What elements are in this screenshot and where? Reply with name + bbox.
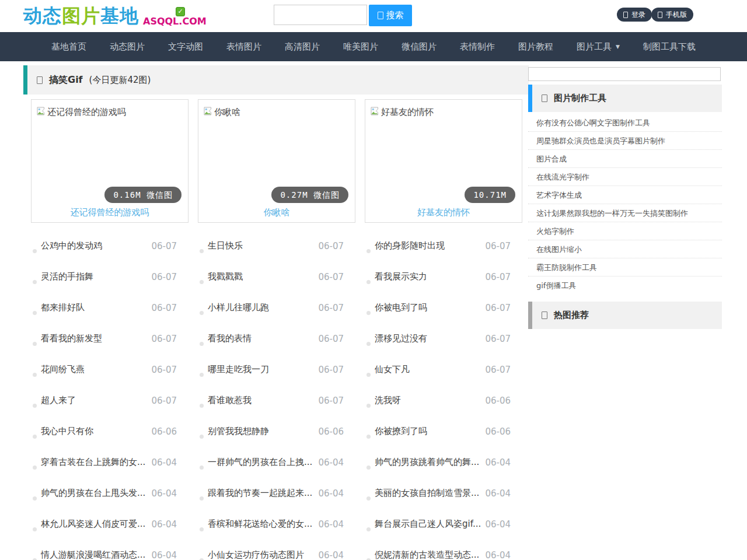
list-item-title[interactable]: 林允儿风姿迷人俏皮可爱...	[41, 519, 145, 530]
list-item-title[interactable]: 小仙女运功疗伤动态图片	[208, 550, 304, 560]
list-item-date: 06-06	[485, 396, 522, 406]
list-item-title[interactable]: 跟着我的节奏一起跳起来...	[208, 488, 312, 499]
nav-item-8[interactable]: 图片教程	[507, 32, 565, 61]
main-content: 搞笑Gif (今日更新42图) 还记得曾经的游戏吗0.16M 微信图还记得曾经的…	[23, 65, 529, 94]
tool-link[interactable]: gif倒播工具	[528, 276, 722, 295]
broken-image-alt: 你瞅啥	[204, 107, 240, 118]
main-nav: 基地首页动态图片文字动图表情图片高清图片唯美图片微信图片表情制作图片教程图片工具…	[0, 32, 747, 61]
tool-link[interactable]: 火焰字制作	[528, 222, 722, 240]
list-item-title[interactable]: 倪妮清新的古装造型动态...	[375, 550, 479, 560]
card-caption-link[interactable]: 好基友的情怀	[365, 207, 522, 218]
tools-list: 你有没有公德心啊文字图制作工具周星驰群众演员也是演员字幕图片制作图片合成在线流光…	[528, 114, 722, 295]
gif-card[interactable]: 你瞅啥0.27M 微信图你瞅啥	[198, 99, 355, 223]
bullet-icon	[366, 373, 371, 377]
list-item-title[interactable]: 看我展示实力	[375, 271, 427, 282]
hot-section-header: 热图推荐	[528, 302, 722, 329]
tool-link[interactable]: 在线流光字制作	[528, 168, 722, 186]
list-item: 灵活的手指舞06-07	[31, 261, 189, 292]
nav-item-5[interactable]: 唯美图片	[331, 32, 390, 61]
bullet-icon	[200, 342, 204, 346]
nav-item-3[interactable]: 表情图片	[215, 32, 273, 61]
list-item-title[interactable]: 漂移见过没有	[375, 333, 427, 344]
list-item-title[interactable]: 超人来了	[41, 395, 76, 406]
card-caption-link[interactable]: 你瞅啥	[198, 207, 355, 218]
list-item-title[interactable]: 你被电到了吗	[375, 302, 427, 313]
logo-domain: ASQQL.COM ✓	[143, 16, 207, 29]
nav-item-0[interactable]: 基地首页	[40, 32, 98, 61]
list-item-title[interactable]: 都来排好队	[41, 302, 85, 313]
list-item-date: 06-04	[151, 457, 189, 468]
list-item-title[interactable]: 看谁敢惹我	[208, 395, 252, 406]
nav-item-label: 微信图片	[402, 32, 437, 61]
bullet-icon	[366, 466, 371, 470]
list-item-date: 06-04	[318, 550, 355, 560]
nav-item-1[interactable]: 动态图片	[98, 32, 156, 61]
list-item-title[interactable]: 你被撩到了吗	[375, 426, 427, 437]
list-item-title[interactable]: 看看我的新发型	[41, 333, 102, 344]
gif-card[interactable]: 好基友的情怀10.71M好基友的情怀	[365, 99, 522, 223]
list-item-title[interactable]: 灵活的手指舞	[41, 271, 93, 282]
list-item-title[interactable]: 哪里走吃我一刀	[208, 364, 269, 375]
tool-link[interactable]: 你有没有公德心啊文字图制作工具	[528, 114, 722, 132]
list-item-title[interactable]: 小样儿往哪儿跑	[208, 302, 269, 313]
tool-link[interactable]: 艺术字体生成	[528, 186, 722, 204]
list-item: 别管我我想静静06-06	[198, 416, 355, 447]
nav-item-label: 动态图片	[110, 32, 145, 61]
list-item-title[interactable]: 花间纷飞燕	[41, 364, 85, 375]
image-alt-text: 好基友的情怀	[381, 107, 434, 118]
sidebar-search-input[interactable]	[528, 67, 721, 81]
nav-item-2[interactable]: 文字动图	[156, 32, 215, 61]
bullet-icon	[366, 280, 371, 284]
bullet-icon	[200, 280, 204, 284]
nav-item-4[interactable]: 高清图片	[273, 32, 331, 61]
list-item: 看谁敢惹我06-07	[198, 385, 355, 416]
nav-item-10[interactable]: 制图工具下载	[631, 32, 707, 61]
list-item-title[interactable]: 公鸡中的发动鸡	[41, 240, 102, 251]
nav-item-7[interactable]: 表情制作	[448, 32, 507, 61]
bullet-icon	[33, 311, 37, 315]
bullet-icon	[33, 466, 37, 470]
list-item: 倪妮清新的古装造型动态...06-04	[365, 540, 522, 560]
list-item-title[interactable]: 洗我呀	[375, 395, 401, 406]
list-item-title[interactable]: 舞台展示自己迷人风姿gif...	[375, 519, 481, 530]
list-item: 跟着我的节奏一起跳起来...06-04	[198, 478, 355, 509]
list-item-title[interactable]: 帅气的男孩跳着帅气的舞...	[375, 457, 479, 468]
list-item-date: 06-04	[318, 519, 355, 530]
tool-link[interactable]: 周星驰群众演员也是演员字幕图片制作	[528, 132, 722, 150]
list-item-title[interactable]: 仙女下凡	[375, 364, 410, 375]
list-item-title[interactable]: 你的身影随时出现	[375, 240, 445, 251]
search-input[interactable]	[274, 5, 366, 24]
list-item-title[interactable]: 美丽的女孩自拍制造雪景...	[375, 488, 479, 499]
tool-link[interactable]: 在线图片缩小	[528, 240, 722, 258]
list-item-title[interactable]: 一群帅气的男孩在台上拽...	[208, 457, 312, 468]
list-item-title[interactable]: 我戳戳戳	[208, 271, 243, 282]
search-button[interactable]: 搜索	[369, 5, 412, 26]
tool-link[interactable]: 这计划果然跟我想的一样万无一失搞笑图制作	[528, 204, 722, 222]
list-item-date: 06-06	[318, 426, 355, 437]
broken-image-alt: 好基友的情怀	[371, 107, 434, 118]
login-label: 登录	[631, 10, 645, 20]
card-caption-link[interactable]: 还记得曾经的游戏吗	[32, 207, 188, 218]
mobile-version-button[interactable]: 手机版	[651, 8, 693, 22]
gif-card[interactable]: 还记得曾经的游戏吗0.16M 微信图还记得曾经的游戏吗	[31, 99, 189, 223]
tool-link[interactable]: 霸王防脱制作工具	[528, 258, 722, 276]
nav-item-6[interactable]: 微信图片	[390, 32, 448, 61]
list-item-title[interactable]: 帅气的男孩在台上甩头发...	[41, 488, 145, 499]
site-logo[interactable]: 动态图片基地 ASQQL.COM ✓	[23, 4, 207, 29]
broken-image-icon	[37, 107, 47, 118]
search-button-label: 搜索	[386, 10, 404, 21]
list-item-title[interactable]: 穿着古装在台上跳舞的女...	[41, 457, 145, 468]
login-button[interactable]: 登录	[617, 8, 652, 22]
section-title: 搞笑Gif	[49, 74, 83, 86]
list-item-title[interactable]: 生日快乐	[208, 240, 243, 251]
list-item-title[interactable]: 别管我我想静静	[208, 426, 269, 437]
nav-item-9[interactable]: 图片工具▼	[565, 32, 631, 61]
list-item-title[interactable]: 情人游艇浪漫喝红酒动态...	[41, 550, 145, 560]
list-item-title[interactable]: 我心中只有你	[41, 426, 93, 437]
list-item-title[interactable]: 香槟和鲜花送给心爱的女...	[208, 519, 312, 530]
search-icon	[378, 12, 383, 19]
size-badge: 0.27M 微信图	[271, 187, 348, 203]
list-item-date: 06-07	[485, 334, 522, 344]
list-item-title[interactable]: 看我的表情	[208, 333, 252, 344]
tool-link[interactable]: 图片合成	[528, 150, 722, 168]
